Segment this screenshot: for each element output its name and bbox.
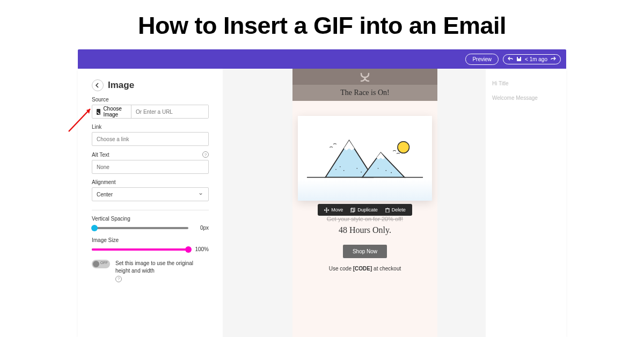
promo-text: Get your style on for 20% off! bbox=[327, 216, 403, 222]
svg-point-18 bbox=[391, 172, 392, 173]
help-icon[interactable]: ? bbox=[202, 151, 209, 158]
delete-button[interactable]: Delete bbox=[382, 206, 409, 214]
email-preview: The Race is On! bbox=[292, 69, 437, 337]
redo-icon[interactable] bbox=[551, 56, 556, 62]
move-icon bbox=[324, 208, 329, 213]
history-time: < 1m ago bbox=[525, 56, 547, 62]
delete-label: Delete bbox=[392, 207, 406, 213]
vspacing-label: Vertical Spacing bbox=[92, 216, 209, 222]
imgsize-label: Image Size bbox=[92, 237, 209, 243]
topbar: Preview < 1m ago bbox=[78, 49, 566, 69]
svg-point-13 bbox=[343, 170, 345, 171]
source-label: Source bbox=[92, 97, 209, 102]
svg-point-11 bbox=[335, 169, 336, 170]
svg-rect-20 bbox=[352, 208, 355, 211]
promo-hours: 48 Hours Only. bbox=[339, 225, 391, 235]
vspacing-thumb[interactable] bbox=[91, 225, 98, 231]
svg-point-14 bbox=[356, 168, 357, 169]
back-button[interactable] bbox=[92, 79, 104, 91]
right-panel-item[interactable]: Welcome Message bbox=[492, 91, 560, 105]
duplicate-button[interactable]: Duplicate bbox=[347, 206, 381, 214]
right-panel-item[interactable]: Hi Title bbox=[492, 76, 560, 91]
imgsize-slider[interactable] bbox=[92, 248, 188, 251]
svg-point-17 bbox=[386, 170, 387, 171]
editor-container: Preview < 1m ago Image bbox=[78, 49, 566, 337]
toggle-description: Set this image to use the original heigh… bbox=[115, 260, 209, 282]
imgsize-value: 100% bbox=[194, 246, 209, 252]
url-input[interactable] bbox=[131, 105, 208, 118]
alt-input[interactable] bbox=[92, 160, 209, 174]
source-row: Choose Image bbox=[92, 105, 209, 119]
undo-icon[interactable] bbox=[508, 56, 513, 62]
svg-rect-21 bbox=[386, 209, 389, 213]
svg-line-2 bbox=[69, 109, 90, 131]
canvas: The Race is On! bbox=[223, 69, 486, 337]
image-icon bbox=[97, 109, 100, 115]
toggle-state-label: OFF bbox=[100, 261, 108, 265]
vspacing-slider[interactable] bbox=[92, 227, 188, 229]
right-panel: Hi Title Welcome Message bbox=[486, 69, 566, 337]
code-text: Use code [CODE] at checkout bbox=[329, 266, 401, 272]
duplicate-label: Duplicate bbox=[357, 207, 378, 213]
page-title: How to Insert a GIF into an Email bbox=[0, 0, 644, 49]
vspacing-value: 0px bbox=[194, 225, 209, 231]
duplicate-icon bbox=[350, 208, 355, 213]
svg-point-16 bbox=[378, 168, 379, 169]
editor-body: Image Source Choose Image Link Alt Text … bbox=[78, 69, 566, 337]
imgsize-thumb[interactable] bbox=[185, 246, 192, 253]
email-header: The Race is On! bbox=[292, 69, 437, 101]
choose-image-label: Choose Image bbox=[103, 106, 127, 118]
svg-point-6 bbox=[398, 142, 409, 153]
preview-button[interactable]: Preview bbox=[465, 54, 499, 65]
panel-title: Image bbox=[108, 80, 134, 91]
trash-icon bbox=[385, 208, 390, 213]
action-bar: Move Duplicate Delete bbox=[318, 204, 412, 216]
choose-image-button[interactable]: Choose Image bbox=[92, 105, 131, 118]
link-input[interactable] bbox=[92, 132, 209, 146]
move-button[interactable]: Move bbox=[321, 206, 346, 214]
image-card[interactable] bbox=[298, 116, 432, 201]
svg-point-15 bbox=[361, 172, 362, 173]
link-label: Link bbox=[92, 124, 209, 130]
logo-icon bbox=[358, 72, 371, 83]
history-pill[interactable]: < 1m ago bbox=[503, 54, 561, 64]
svg-rect-1 bbox=[518, 57, 520, 58]
arrow-annotation bbox=[66, 105, 96, 134]
email-title: The Race is On! bbox=[292, 85, 437, 101]
alignment-label: Alignment bbox=[92, 179, 209, 185]
save-icon bbox=[516, 56, 522, 62]
settings-panel: Image Source Choose Image Link Alt Text … bbox=[78, 69, 223, 337]
alt-label-text: Alt Text bbox=[92, 152, 109, 158]
card-gradient bbox=[298, 179, 432, 201]
svg-rect-19 bbox=[350, 209, 354, 213]
help-icon[interactable]: ? bbox=[115, 276, 122, 282]
svg-marker-3 bbox=[86, 109, 90, 114]
alt-label: Alt Text ? bbox=[92, 151, 209, 158]
alignment-select[interactable]: Center bbox=[92, 187, 209, 201]
move-label: Move bbox=[331, 207, 343, 213]
imgsize-fill bbox=[92, 248, 188, 251]
toggle-knob bbox=[93, 261, 99, 267]
shop-now-button[interactable]: Shop Now bbox=[343, 245, 387, 258]
svg-point-12 bbox=[340, 166, 341, 167]
original-size-toggle[interactable]: OFF bbox=[92, 260, 110, 268]
divider bbox=[92, 210, 209, 210]
